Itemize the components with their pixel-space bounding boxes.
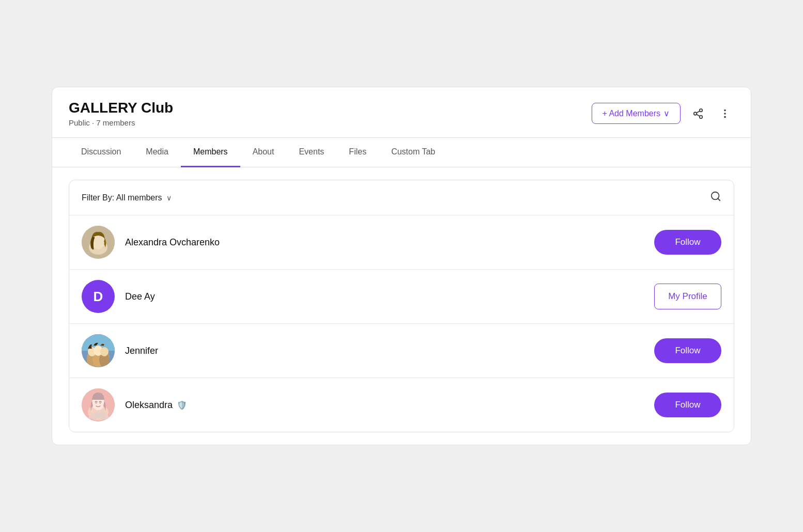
svg-point-29 [99,402,101,404]
filter-label-text: Filter By: All members [82,193,162,202]
svg-point-7 [724,116,726,118]
member-name: Alexandra Ovcharenko [125,237,644,248]
tab-media[interactable]: Media [133,138,181,167]
add-members-label: + Add Members [603,109,661,118]
member-name: Oleksandra 🛡️ [125,400,644,411]
my-profile-button[interactable]: My Profile [654,284,721,309]
follow-button-alexandra[interactable]: Follow [654,230,721,255]
avatar [82,334,115,367]
tab-files[interactable]: Files [336,138,379,167]
search-button[interactable] [710,191,721,205]
member-row: D Dee Ay My Profile [69,270,734,324]
avatar [82,226,115,259]
filter-chevron-icon: ∨ [166,194,172,202]
svg-line-3 [697,114,700,116]
svg-point-6 [724,113,726,115]
member-name: Jennifer [125,346,644,356]
svg-line-9 [718,198,720,200]
club-subtitle: Public · 7 members [69,118,173,127]
member-name: Dee Ay [125,291,644,302]
tab-custom[interactable]: Custom Tab [379,138,447,167]
tab-members[interactable]: Members [181,138,240,167]
page-container: GALLERY Club Public · 7 members + Add Me… [52,87,751,445]
tab-about[interactable]: About [240,138,287,167]
svg-point-5 [724,109,726,111]
header-right: + Add Members ∨ [592,100,735,124]
tab-discussion[interactable]: Discussion [69,138,133,167]
member-row: Jennifer Follow [69,324,734,378]
content-area: Filter By: All members ∨ [52,167,751,445]
header-left: GALLERY Club Public · 7 members [69,100,173,127]
add-members-chevron: ∨ [663,108,670,118]
follow-button-oleksandra[interactable]: Follow [654,393,721,417]
svg-point-28 [95,402,97,404]
member-row: Oleksandra 🛡️ Follow [69,378,734,432]
follow-button-jennifer[interactable]: Follow [654,338,721,363]
add-members-button[interactable]: + Add Members ∨ [592,103,681,124]
avatar-initial: D [94,289,103,305]
member-badge-icon: 🛡️ [177,400,187,410]
members-card: Filter By: All members ∨ [69,180,734,432]
tab-events[interactable]: Events [286,138,336,167]
more-options-button[interactable] [716,104,734,123]
member-row: Alexandra Ovcharenko Follow [69,215,734,270]
svg-line-4 [697,111,700,113]
tabs-bar: Discussion Media Members About Events Fi… [52,138,751,167]
avatar: D [82,280,115,313]
club-title: GALLERY Club [69,100,173,116]
share-button[interactable] [689,104,707,123]
svg-point-24 [100,347,109,356]
avatar [82,388,115,421]
filter-bar: Filter By: All members ∨ [69,180,734,215]
header: GALLERY Club Public · 7 members + Add Me… [52,87,751,127]
filter-dropdown[interactable]: Filter By: All members ∨ [82,193,172,202]
